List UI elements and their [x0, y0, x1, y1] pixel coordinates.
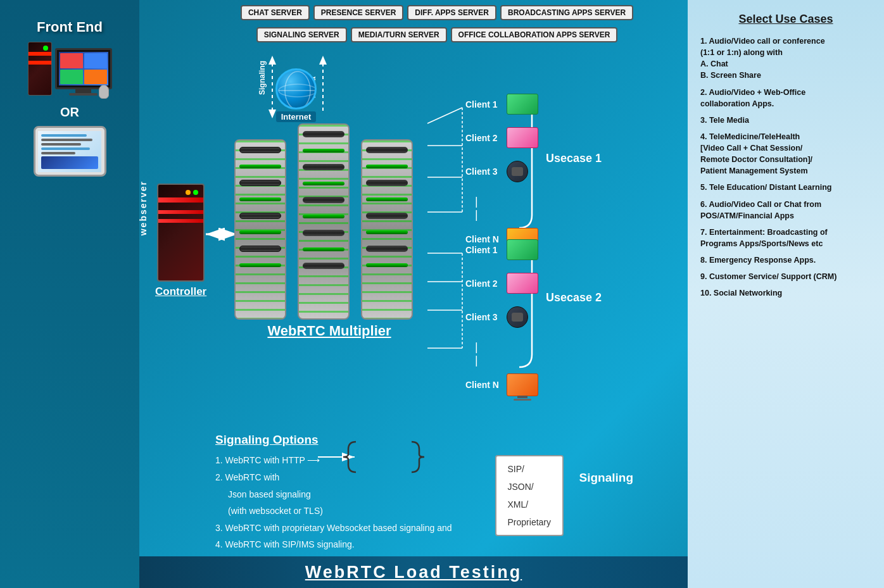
- svg-marker-8: [319, 56, 327, 65]
- usecase1-label: Usecase 1: [546, 152, 602, 165]
- usecase2-label: Usecase 2: [546, 291, 602, 304]
- signaling-format-box: SIP/ JSON/ XML/ Proprietary: [495, 455, 564, 536]
- or-label: OR: [60, 105, 79, 120]
- clientN-label-uc2: Client N: [465, 380, 500, 390]
- webrtc-multiplier-label: WebRTC Multiplier: [228, 323, 431, 339]
- use-case-item-1: 1. Audio/Video call or conference (1:1 o…: [700, 35, 871, 82]
- bottom-banner-text: WebRTC Load Testing: [305, 563, 522, 582]
- usecase2-group: Client 1 Client 2 Client 3 || Client N: [465, 239, 538, 396]
- signaling-items: 1. WebRTC with HTTP ⟶ 2. WebRTC with Jso…: [215, 452, 633, 553]
- internet-label: Internet: [276, 111, 317, 122]
- signaling-title: Signaling Options: [215, 433, 633, 447]
- right-panel: Select Use Cases 1. Audio/Video call or …: [688, 0, 884, 588]
- usecase1-group: Client 1 Client 2 Client 3 || Client N: [465, 94, 538, 251]
- server-badge: SIGNALING SERVER: [256, 27, 347, 42]
- use-case-item-2: 2. Audio/Video + Web-Office collaboratio…: [700, 87, 871, 109]
- server-badge: BROADCASTING APPS SERVER: [500, 5, 633, 20]
- use-case-item-9: 9. Customer Service/ Support (CRM): [700, 271, 871, 282]
- signaling-right-label: Signaling: [579, 471, 634, 485]
- svg-marker-4: [268, 56, 276, 65]
- signaling-section: Signaling Options 1. WebRTC with HTTP ⟶ …: [215, 433, 633, 553]
- use-cases-list: 1. Audio/Video call or conference (1:1 o…: [700, 35, 871, 299]
- use-case-item-3: 3. Tele Media: [700, 115, 871, 126]
- client2-label-uc1: Client 2: [465, 133, 500, 143]
- controller-label: Controller: [155, 285, 206, 298]
- server-towers: [234, 123, 413, 320]
- use-case-item-10: 10. Social Networking: [700, 287, 871, 299]
- controller-section: Controller: [155, 184, 206, 298]
- server-badge: MEDIA/TURN SERVER: [351, 27, 447, 42]
- webserver-label: webserver: [138, 180, 148, 235]
- front-end-label: Front End: [37, 19, 103, 35]
- server-badge: DIFF. APPS SERVER: [407, 5, 496, 20]
- use-case-item-5: 5. Tele Education/ Distant Learning: [700, 182, 871, 193]
- svg-text:Signaling: Signaling: [258, 61, 267, 95]
- client1-label-uc1: Client 1: [465, 99, 500, 109]
- server-badge: CHAT SERVER: [241, 5, 310, 20]
- internet-globe: Internet: [275, 68, 317, 122]
- bottom-banner: WebRTC Load Testing: [139, 556, 688, 588]
- tablet-icon: [34, 126, 106, 177]
- client2-label-uc2: Client 2: [465, 278, 500, 289]
- server-badges-container: CHAT SERVERPRESENCE SERVERDIFF. APPS SER…: [215, 5, 659, 42]
- right-panel-title: Select Use Cases: [700, 13, 871, 26]
- use-case-item-8: 8. Emergency Response Apps.: [700, 254, 871, 266]
- server-badge: OFFICE COLLABORATION APPS SERVER: [451, 27, 618, 42]
- use-case-item-4: 4. TeleMedicine/TeleHealth [Video Call +…: [700, 131, 871, 177]
- client3-label-uc2: Client 3: [465, 312, 500, 322]
- use-case-item-7: 7. Entertainment: Broadcasting of Progra…: [700, 227, 871, 249]
- use-case-item-6: 6. Audio/Video Call or Chat from POS/ATM…: [700, 199, 871, 222]
- svg-line-10: [427, 108, 462, 123]
- left-panel: Front End: [0, 0, 139, 588]
- client1-label-uc2: Client 1: [465, 245, 500, 255]
- client3-label-uc1: Client 3: [465, 166, 500, 177]
- server-badge: PRESENCE SERVER: [313, 5, 403, 20]
